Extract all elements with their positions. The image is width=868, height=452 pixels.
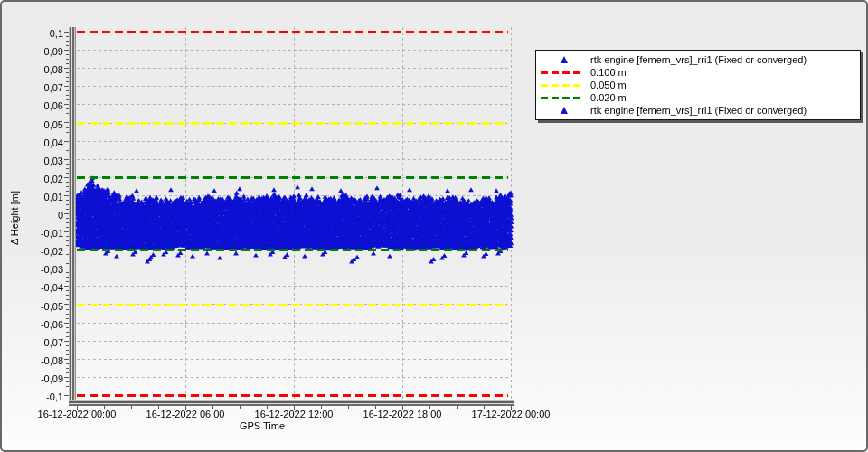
- y-tick-label: -0,1: [16, 391, 63, 402]
- y-tick-label: 0,02: [16, 174, 63, 184]
- y-tick-label: 0,03: [16, 155, 63, 166]
- y-tick-label: 0,09: [16, 46, 63, 57]
- y-tick-label: -0,03: [16, 264, 63, 275]
- legend-row: rtk engine [femern_vrs]_rri1 (Fixed or c…: [538, 104, 856, 117]
- x-tick-label: 16-12-2022 06:00: [135, 409, 236, 419]
- y-tick-label: -0,04: [16, 282, 63, 293]
- legend-row: 0.100 m: [538, 66, 856, 79]
- x-tick-label: 16-12-2022 00:00: [26, 409, 127, 419]
- triangle-marker-icon: [561, 56, 568, 63]
- y-tick-label: -0,09: [16, 373, 63, 384]
- legend-row: 0.020 m: [538, 91, 856, 104]
- x-axis-title: GPS Time: [199, 420, 326, 432]
- y-tick-label: 0,01: [16, 192, 63, 202]
- legend-label: rtk engine [femern_vrs]_rri1 (Fixed or c…: [590, 105, 807, 116]
- y-tick-label: -0,06: [16, 319, 63, 330]
- x-tick-label: 17-12-2022 00:00: [460, 409, 561, 419]
- legend-label: 0.020 m: [590, 92, 627, 103]
- legend-row: 0.050 m: [538, 79, 856, 91]
- y-tick-label: 0: [16, 210, 63, 221]
- chart-window: Δ Height [m] GPS Time rtk engine [femern…: [0, 0, 868, 452]
- y-tick-label: 0,05: [16, 119, 63, 130]
- y-tick-label: -0,05: [16, 301, 63, 312]
- legend-label: rtk engine [femern_vrs]_rri1 (Fixed or c…: [590, 54, 807, 65]
- legend-label: 0.050 m: [590, 80, 627, 90]
- dashed-line-marker-icon: [541, 84, 584, 87]
- y-tick-label: 0,06: [16, 100, 63, 111]
- legend-row: rtk engine [femern_vrs]_rri1 (Fixed or c…: [538, 53, 856, 66]
- legend: rtk engine [femern_vrs]_rri1 (Fixed or c…: [535, 50, 861, 120]
- triangle-marker-icon: [561, 107, 568, 114]
- legend-label: 0.100 m: [590, 67, 627, 78]
- y-tick-label: 0,07: [16, 82, 63, 93]
- y-tick-label: -0,01: [16, 228, 63, 239]
- y-tick-label: 0,1: [16, 28, 63, 39]
- x-tick-label: 16-12-2022 12:00: [243, 409, 344, 419]
- dashed-line-marker-icon: [541, 71, 584, 74]
- y-tick-label: -0,08: [16, 355, 63, 366]
- y-tick-label: 0,08: [16, 64, 63, 75]
- dashed-line-marker-icon: [541, 97, 584, 99]
- y-tick-label: -0,07: [16, 337, 63, 348]
- y-tick-label: -0,02: [16, 246, 63, 257]
- x-tick-label: 16-12-2022 18:00: [352, 409, 453, 419]
- y-tick-label: 0,04: [16, 137, 63, 148]
